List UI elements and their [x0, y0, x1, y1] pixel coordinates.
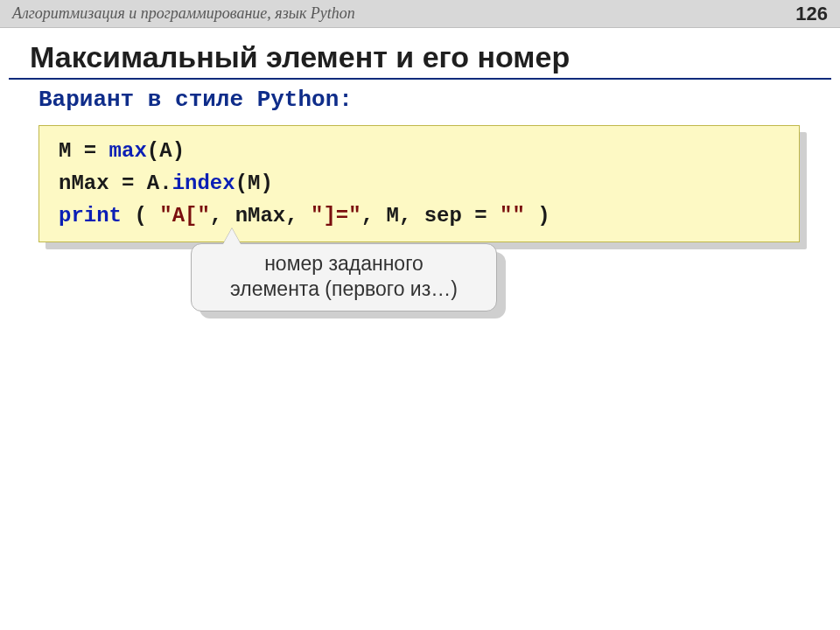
- code-keyword-index: index: [172, 172, 235, 195]
- slide-title: Максимальный элемент и его номер: [30, 40, 840, 74]
- code-string: "]=": [311, 204, 361, 228]
- callout: номер заданного элемента (первого из…): [191, 243, 497, 312]
- code-text: [122, 204, 134, 228]
- code-keyword-max: max: [109, 139, 147, 163]
- callout-line-1: номер заданного: [207, 251, 480, 276]
- code-string: "A[": [159, 204, 210, 228]
- callout-bubble: номер заданного элемента (первого из…): [191, 243, 497, 312]
- code-box: M = max(A) nMax = A.index(M) print ( "A[…: [38, 125, 800, 242]
- title-rule: [9, 78, 831, 80]
- code-line-3: print ( "A[", nMax, "]=", M, sep = "" ): [59, 200, 783, 232]
- code-text: nMax = A.: [59, 172, 172, 195]
- subtitle: Вариант в стиле Python:: [38, 87, 840, 113]
- code-text: , M, sep =: [361, 204, 500, 228]
- course-title: Алгоритмизация и программирование, язык …: [12, 4, 355, 23]
- code-keyword-print: print: [59, 204, 122, 228]
- code-line-1: M = max(A): [59, 135, 783, 167]
- code-text: ): [525, 204, 550, 228]
- code-string: "": [500, 204, 525, 228]
- header-bar: Алгоритмизация и программирование, язык …: [0, 0, 840, 28]
- code-text: , nMax,: [210, 204, 311, 228]
- code-text: M =: [59, 139, 109, 163]
- code-block: M = max(A) nMax = A.index(M) print ( "A[…: [38, 125, 800, 242]
- page-number: 126: [795, 3, 828, 25]
- code-text: (M): [235, 172, 273, 195]
- code-text: (A): [147, 139, 185, 163]
- code-text: (: [134, 204, 159, 228]
- code-line-2: nMax = A.index(M): [59, 167, 783, 200]
- callout-line-2: элемента (первого из…): [207, 276, 480, 302]
